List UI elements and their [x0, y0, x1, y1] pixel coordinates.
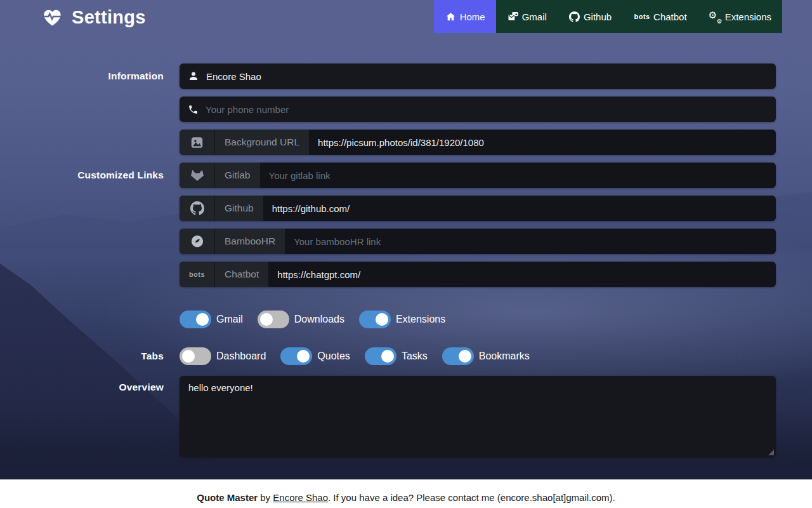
section-label-tabs: Tabs	[0, 347, 164, 365]
toggle-label-dashboard: Dashboard	[216, 351, 266, 362]
background-url-input[interactable]	[309, 130, 776, 155]
field-label-chatbot: Chatbot	[215, 262, 268, 287]
toggle-label-tasks: Tasks	[402, 351, 428, 362]
toggle-label-quotes: Quotes	[317, 351, 350, 362]
bots-icon: bots	[180, 262, 215, 287]
toggle-knob	[297, 350, 310, 363]
nav-item-label: Chatbot	[653, 11, 687, 22]
name-field-wrap	[180, 64, 776, 89]
toggle-label-downloads: Downloads	[294, 314, 344, 325]
heart-pulse-icon	[42, 7, 63, 28]
home-icon	[445, 11, 457, 22]
nav-item-github[interactable]: Github	[558, 0, 622, 33]
name-input[interactable]	[206, 71, 768, 82]
bots-icon: bots	[633, 13, 651, 20]
background-url-field-wrap: Background URL	[180, 130, 776, 155]
toggle-label-extensions: Extensions	[396, 314, 445, 325]
gears-icon: ⚙ ⚙	[709, 10, 723, 23]
gmail-toggle[interactable]	[180, 311, 211, 328]
brand: Settings	[42, 0, 146, 34]
bookmarks-toggle[interactable]	[442, 347, 474, 365]
footer-text: Quote Master by Encore Shao. If you have…	[197, 485, 615, 503]
toggle-knob	[260, 313, 273, 326]
footer-author-link[interactable]: Encore Shao	[273, 492, 328, 503]
settings-form: Information	[0, 64, 776, 465]
github-input[interactable]	[263, 196, 776, 221]
page-title: Settings	[72, 7, 146, 28]
toggle-knob	[376, 313, 388, 326]
nav-item-chatbot[interactable]: bots Chatbot	[622, 0, 698, 33]
toggle-knob	[459, 350, 471, 363]
gitlab-icon	[180, 163, 215, 188]
phone-input[interactable]	[206, 104, 768, 115]
toggles-row-1: Gmail Downloads Extensions	[180, 311, 776, 328]
tasks-toggle[interactable]	[365, 347, 396, 365]
nav-item-gmail[interactable]: Gmail	[496, 0, 558, 33]
nav-item-label: Gmail	[522, 11, 547, 22]
chatbot-field-wrap: bots Chatbot	[180, 262, 776, 287]
toggle-knob	[381, 350, 394, 363]
resize-handle-icon[interactable]	[768, 450, 774, 455]
footer-message: . If you have a idea? Please contact me …	[328, 492, 615, 503]
mail-bulk-icon	[507, 11, 520, 22]
footer-connector: by	[258, 492, 273, 503]
bamboohr-input[interactable]	[285, 229, 776, 254]
image-icon	[180, 130, 215, 155]
footer: Quote Master by Encore Shao. If you have…	[0, 479, 812, 508]
toggle-knob	[196, 313, 209, 326]
extensions-toggle[interactable]	[359, 311, 391, 328]
toggle-label-gmail: Gmail	[216, 314, 243, 325]
quotes-toggle[interactable]	[280, 347, 312, 365]
field-label-gitlab: Gitlab	[215, 163, 260, 188]
github-icon	[568, 11, 581, 22]
bamboohr-icon	[180, 229, 215, 254]
phone-field-wrap	[180, 97, 776, 122]
nav-item-label: Home	[460, 11, 485, 22]
field-label-github: Github	[215, 196, 263, 221]
field-label-bamboohr: BambooHR	[215, 229, 285, 254]
toggle-knob	[182, 350, 195, 363]
section-label-overview: Overview	[0, 376, 164, 457]
section-label-customized-links: Customized Links	[0, 163, 164, 188]
bamboohr-field-wrap: BambooHR	[180, 229, 776, 254]
nav-item-label: Github	[584, 11, 612, 22]
overview-textarea[interactable]: hello everyone!	[180, 376, 776, 457]
gitlab-input[interactable]	[260, 163, 776, 188]
footer-app-name: Quote Master	[197, 492, 258, 503]
downloads-toggle[interactable]	[258, 311, 289, 328]
field-label-background-url: Background URL	[215, 130, 309, 155]
dashboard-toggle[interactable]	[180, 347, 211, 365]
nav-item-home[interactable]: Home	[434, 0, 496, 33]
toggle-label-bookmarks: Bookmarks	[479, 351, 530, 362]
chatbot-input[interactable]	[268, 262, 776, 287]
phone-icon	[188, 104, 199, 115]
nav-item-label: Extensions	[725, 11, 771, 22]
user-icon	[188, 70, 199, 82]
github-icon	[180, 196, 215, 221]
github-field-wrap: Github	[180, 196, 776, 221]
nav-item-extensions[interactable]: ⚙ ⚙ Extensions	[698, 0, 782, 33]
section-label-information: Information	[0, 64, 164, 89]
gitlab-field-wrap: Gitlab	[180, 163, 776, 188]
toggles-row-2: Dashboard Quotes Tasks Bookmarks	[180, 347, 776, 365]
navbar: Home Gmail Github bots Chatbot ⚙ ⚙ Exten…	[434, 0, 782, 33]
